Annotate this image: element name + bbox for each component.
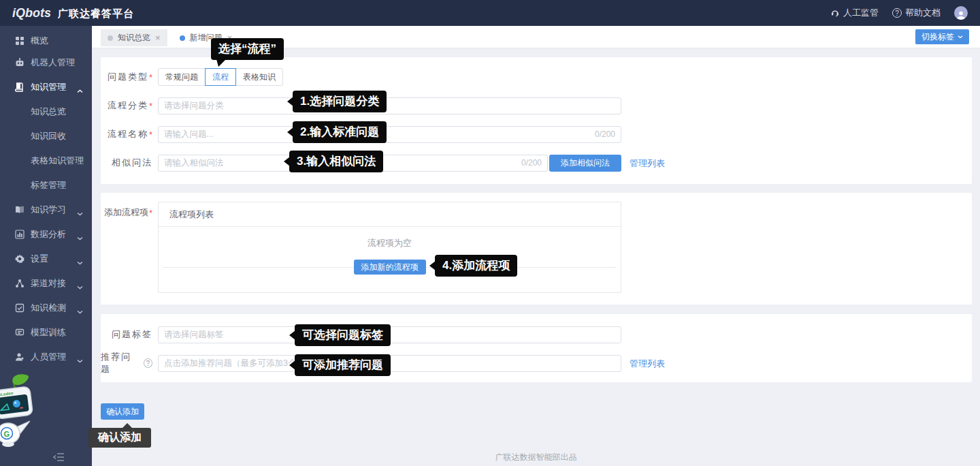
sidebar-item-model-training[interactable]: 模型训练: [0, 320, 92, 345]
mascot-robot[interactable]: GLodon G: [0, 373, 41, 448]
sidebar-item-knowledge-recycle[interactable]: 知识回收: [0, 124, 92, 149]
callout-step1: 1.选择问题分类: [293, 91, 387, 112]
sidebar-item-label: 数据分析: [31, 228, 66, 240]
sidebar-item-label: 表格知识管理: [31, 155, 84, 167]
callout-recommend: 可添加推荐问题: [295, 354, 391, 376]
process-category-input[interactable]: [158, 97, 621, 114]
clipboard-check-icon: [15, 303, 24, 313]
grid-icon: [15, 36, 24, 46]
tab-knowledge-overview[interactable]: 知识总览 ×: [101, 29, 167, 46]
headset-icon: [830, 7, 840, 19]
sidebar-item-knowledge-learning[interactable]: 知识学习: [0, 198, 92, 222]
sidebar-item-data-analysis[interactable]: 数据分析: [0, 222, 92, 247]
user-avatar[interactable]: [954, 6, 968, 20]
tab-status-dot: [108, 35, 113, 41]
process-items-list-title: 流程项列表: [159, 202, 621, 227]
sidebar-item-label: 概览: [31, 35, 48, 47]
sidebar-item-personnel-management[interactable]: 人员管理: [0, 345, 92, 369]
confirm-add-button[interactable]: 确认添加: [101, 403, 144, 420]
close-icon[interactable]: ×: [155, 33, 161, 42]
manage-recommend-list-link[interactable]: 管理列表: [630, 355, 665, 372]
sidebar-item-label: 知识回收: [31, 130, 66, 142]
tab-status-dot: [180, 35, 185, 41]
robot-icon: [15, 58, 24, 67]
switch-tag-button[interactable]: 切换标签: [915, 29, 969, 44]
chevron-down-icon: [77, 232, 83, 243]
sidebar-item-table-knowledge-management[interactable]: 表格知识管理: [0, 149, 92, 173]
sidebar-item-channel-connection[interactable]: 渠道对接: [0, 271, 92, 296]
main-content: 问题类型* 常规问题 流程 表格知识 流程分类* 流程名称* 0/200: [92, 48, 980, 466]
chevron-down-icon: [77, 306, 83, 316]
sidebar-item-settings[interactable]: 设置: [0, 247, 92, 271]
collapse-sidebar-icon[interactable]: [53, 452, 65, 462]
app-logo: iQbots 广联达睿答平台: [12, 6, 134, 20]
required-asterisk: *: [149, 129, 152, 140]
callout-select-process: 选择“流程”: [211, 38, 284, 60]
sidebar-item-knowledge-check[interactable]: 知识检测: [0, 296, 92, 320]
chevron-down-icon: [77, 208, 83, 218]
question-basics-panel: 问题类型* 常规问题 流程 表格知识 流程分类* 流程名称* 0/200: [101, 57, 972, 184]
chevron-down-icon: [958, 35, 963, 39]
help-docs-label: 帮助文档: [905, 7, 941, 19]
similar-question-label: 相似问法: [101, 157, 158, 169]
add-process-item-button[interactable]: 添加新的流程项: [354, 260, 426, 275]
process-items-panel: 添加流程项* 流程项列表 流程项为空 添加新的流程项: [101, 193, 972, 305]
sidebar-item-robot-management[interactable]: 机器人管理: [0, 50, 92, 75]
chevron-up-icon: [77, 85, 83, 95]
manage-similar-list-link[interactable]: 管理列表: [630, 155, 665, 172]
book-icon: [15, 82, 24, 92]
sidebar-item-label: 标签管理: [31, 179, 66, 191]
chevron-down-icon: [77, 257, 83, 267]
recommend-question-label: 推荐问题 ?: [101, 351, 158, 375]
process-name-label: 流程名称*: [101, 128, 158, 140]
sidebar-item-knowledge-overview[interactable]: 知识总览: [0, 99, 92, 124]
question-type-option-table[interactable]: 表格知识: [235, 68, 283, 86]
required-asterisk: *: [149, 208, 152, 218]
bar-chart-icon: [15, 230, 24, 239]
monitor-icon: [15, 328, 24, 337]
sidebar-item-knowledge-management[interactable]: 知识管理: [0, 75, 92, 99]
callout-step3: 3.输入相似问法: [289, 151, 383, 172]
sidebar-item-overview[interactable]: 概览: [0, 29, 92, 53]
product-name: 广联达睿答平台: [58, 7, 134, 20]
help-docs-link[interactable]: ? 帮助文档: [892, 7, 941, 19]
help-icon[interactable]: ?: [144, 358, 153, 368]
question-type-segmented-control: 常规问题 流程 表格知识: [158, 68, 283, 86]
sidebar-item-label: 知识总览: [31, 106, 66, 118]
process-items-empty-text: 流程项为空: [159, 237, 621, 249]
question-type-option-regular[interactable]: 常规问题: [158, 68, 206, 86]
question-tags-label: 问题标签: [101, 328, 158, 341]
sidebar-item-label: 人员管理: [31, 351, 66, 363]
add-similar-question-button[interactable]: 添加相似问法: [549, 155, 621, 172]
tags-panel: 问题标签 推荐问题 ? 管理列表: [101, 314, 972, 382]
app-header: iQbots 广联达睿答平台 人工监管 ? 帮助文档: [0, 0, 980, 26]
question-type-label: 问题类型*: [101, 71, 158, 83]
sidebar-item-label: 机器人管理: [31, 57, 75, 69]
question-type-option-process[interactable]: 流程: [205, 68, 236, 86]
sidebar-item-tag-management[interactable]: 标签管理: [0, 173, 92, 198]
chevron-down-icon: [77, 281, 83, 292]
tab-label: 知识总览: [118, 32, 150, 44]
required-asterisk: *: [149, 101, 152, 111]
callout-step2: 2.输入标准问题: [293, 121, 387, 143]
chevron-down-icon: [77, 355, 83, 365]
manual-review-link[interactable]: 人工监管: [830, 7, 879, 19]
brand-name: iQbots: [12, 6, 51, 20]
open-book-icon: [15, 205, 24, 215]
process-items-box: 流程项列表 流程项为空 添加新的流程项: [158, 202, 621, 293]
svg-text:G: G: [4, 430, 10, 438]
footer-credit: 广联达数据智能部出品: [92, 452, 980, 463]
process-name-input[interactable]: [158, 126, 621, 143]
manual-review-label: 人工监管: [843, 7, 879, 19]
tooltip-confirm-add: 确认添加: [88, 428, 151, 448]
sidebar-item-label: 设置: [31, 253, 48, 265]
person-icon: [15, 352, 24, 362]
callout-step4: 4.添加流程项: [435, 255, 517, 277]
callout-tags: 可选择问题标签: [295, 324, 391, 346]
required-asterisk: *: [149, 72, 152, 82]
question-circle-icon: ?: [892, 8, 902, 18]
sidebar-nav: 概览 机器人管理 知识管理 知识总览 知识回收 表格知识管理 标签管理 知识学习…: [0, 26, 92, 466]
sidebar-item-label: 知识管理: [31, 81, 66, 93]
sidebar-item-label: 渠道对接: [31, 277, 66, 290]
share-nodes-icon: [15, 279, 24, 288]
